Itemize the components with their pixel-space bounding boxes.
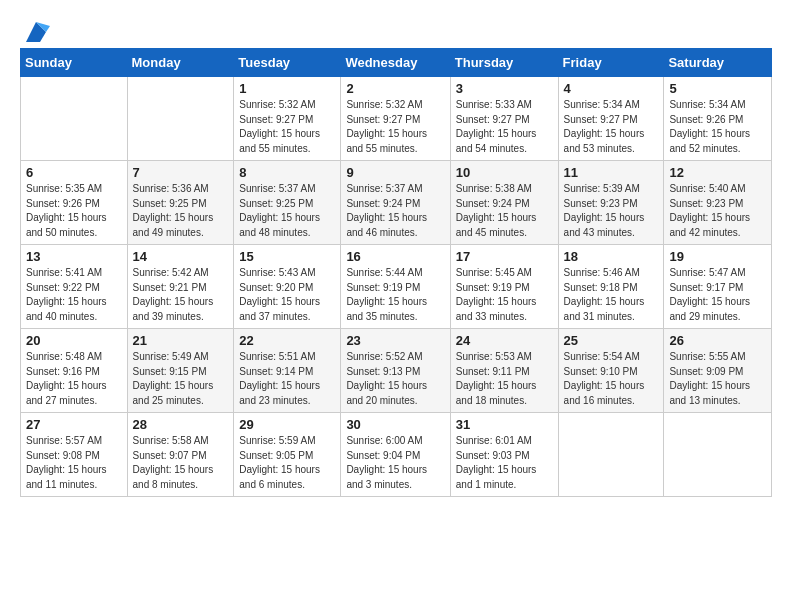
day-info: Sunrise: 5:59 AM Sunset: 9:05 PM Dayligh… [239,434,335,492]
calendar-cell: 4Sunrise: 5:34 AM Sunset: 9:27 PM Daylig… [558,77,664,161]
calendar-cell: 25Sunrise: 5:54 AM Sunset: 9:10 PM Dayli… [558,329,664,413]
day-number: 19 [669,249,766,264]
day-info: Sunrise: 5:43 AM Sunset: 9:20 PM Dayligh… [239,266,335,324]
page: SundayMondayTuesdayWednesdayThursdayFrid… [0,0,792,515]
calendar-cell: 20Sunrise: 5:48 AM Sunset: 9:16 PM Dayli… [21,329,128,413]
calendar-cell: 7Sunrise: 5:36 AM Sunset: 9:25 PM Daylig… [127,161,234,245]
calendar-cell: 10Sunrise: 5:38 AM Sunset: 9:24 PM Dayli… [450,161,558,245]
logo-icon [22,18,50,46]
day-info: Sunrise: 5:34 AM Sunset: 9:26 PM Dayligh… [669,98,766,156]
day-info: Sunrise: 5:42 AM Sunset: 9:21 PM Dayligh… [133,266,229,324]
day-number: 9 [346,165,444,180]
calendar-cell: 1Sunrise: 5:32 AM Sunset: 9:27 PM Daylig… [234,77,341,161]
calendar-cell: 12Sunrise: 5:40 AM Sunset: 9:23 PM Dayli… [664,161,772,245]
calendar-cell: 11Sunrise: 5:39 AM Sunset: 9:23 PM Dayli… [558,161,664,245]
day-info: Sunrise: 5:52 AM Sunset: 9:13 PM Dayligh… [346,350,444,408]
day-number: 26 [669,333,766,348]
calendar-cell: 9Sunrise: 5:37 AM Sunset: 9:24 PM Daylig… [341,161,450,245]
day-number: 18 [564,249,659,264]
day-number: 16 [346,249,444,264]
day-info: Sunrise: 5:36 AM Sunset: 9:25 PM Dayligh… [133,182,229,240]
calendar-cell: 13Sunrise: 5:41 AM Sunset: 9:22 PM Dayli… [21,245,128,329]
day-number: 7 [133,165,229,180]
day-number: 5 [669,81,766,96]
day-info: Sunrise: 5:39 AM Sunset: 9:23 PM Dayligh… [564,182,659,240]
day-number: 13 [26,249,122,264]
day-number: 30 [346,417,444,432]
calendar-cell: 8Sunrise: 5:37 AM Sunset: 9:25 PM Daylig… [234,161,341,245]
day-info: Sunrise: 5:37 AM Sunset: 9:25 PM Dayligh… [239,182,335,240]
day-number: 14 [133,249,229,264]
calendar-cell: 26Sunrise: 5:55 AM Sunset: 9:09 PM Dayli… [664,329,772,413]
day-info: Sunrise: 5:48 AM Sunset: 9:16 PM Dayligh… [26,350,122,408]
calendar-cell: 28Sunrise: 5:58 AM Sunset: 9:07 PM Dayli… [127,413,234,497]
day-info: Sunrise: 5:38 AM Sunset: 9:24 PM Dayligh… [456,182,553,240]
calendar: SundayMondayTuesdayWednesdayThursdayFrid… [20,48,772,497]
day-number: 29 [239,417,335,432]
week-row-4: 20Sunrise: 5:48 AM Sunset: 9:16 PM Dayli… [21,329,772,413]
day-info: Sunrise: 5:55 AM Sunset: 9:09 PM Dayligh… [669,350,766,408]
calendar-cell: 3Sunrise: 5:33 AM Sunset: 9:27 PM Daylig… [450,77,558,161]
calendar-cell: 6Sunrise: 5:35 AM Sunset: 9:26 PM Daylig… [21,161,128,245]
day-number: 6 [26,165,122,180]
calendar-cell: 21Sunrise: 5:49 AM Sunset: 9:15 PM Dayli… [127,329,234,413]
week-row-3: 13Sunrise: 5:41 AM Sunset: 9:22 PM Dayli… [21,245,772,329]
day-number: 4 [564,81,659,96]
day-info: Sunrise: 5:32 AM Sunset: 9:27 PM Dayligh… [239,98,335,156]
day-number: 21 [133,333,229,348]
header [20,18,772,40]
day-number: 3 [456,81,553,96]
day-info: Sunrise: 5:57 AM Sunset: 9:08 PM Dayligh… [26,434,122,492]
day-number: 31 [456,417,553,432]
calendar-cell: 18Sunrise: 5:46 AM Sunset: 9:18 PM Dayli… [558,245,664,329]
weekday-header-sunday: Sunday [21,49,128,77]
calendar-cell: 19Sunrise: 5:47 AM Sunset: 9:17 PM Dayli… [664,245,772,329]
day-number: 20 [26,333,122,348]
day-info: Sunrise: 5:32 AM Sunset: 9:27 PM Dayligh… [346,98,444,156]
day-number: 12 [669,165,766,180]
day-number: 11 [564,165,659,180]
calendar-cell: 29Sunrise: 5:59 AM Sunset: 9:05 PM Dayli… [234,413,341,497]
week-row-5: 27Sunrise: 5:57 AM Sunset: 9:08 PM Dayli… [21,413,772,497]
calendar-cell: 5Sunrise: 5:34 AM Sunset: 9:26 PM Daylig… [664,77,772,161]
day-info: Sunrise: 5:49 AM Sunset: 9:15 PM Dayligh… [133,350,229,408]
day-number: 27 [26,417,122,432]
day-info: Sunrise: 5:44 AM Sunset: 9:19 PM Dayligh… [346,266,444,324]
day-info: Sunrise: 5:40 AM Sunset: 9:23 PM Dayligh… [669,182,766,240]
calendar-cell [127,77,234,161]
day-number: 25 [564,333,659,348]
calendar-cell: 23Sunrise: 5:52 AM Sunset: 9:13 PM Dayli… [341,329,450,413]
day-info: Sunrise: 5:35 AM Sunset: 9:26 PM Dayligh… [26,182,122,240]
day-number: 22 [239,333,335,348]
calendar-cell: 14Sunrise: 5:42 AM Sunset: 9:21 PM Dayli… [127,245,234,329]
week-row-1: 1Sunrise: 5:32 AM Sunset: 9:27 PM Daylig… [21,77,772,161]
day-number: 10 [456,165,553,180]
weekday-header-monday: Monday [127,49,234,77]
calendar-cell [664,413,772,497]
day-info: Sunrise: 6:01 AM Sunset: 9:03 PM Dayligh… [456,434,553,492]
weekday-header-row: SundayMondayTuesdayWednesdayThursdayFrid… [21,49,772,77]
calendar-cell: 27Sunrise: 5:57 AM Sunset: 9:08 PM Dayli… [21,413,128,497]
day-info: Sunrise: 5:34 AM Sunset: 9:27 PM Dayligh… [564,98,659,156]
day-info: Sunrise: 5:54 AM Sunset: 9:10 PM Dayligh… [564,350,659,408]
weekday-header-thursday: Thursday [450,49,558,77]
calendar-cell: 24Sunrise: 5:53 AM Sunset: 9:11 PM Dayli… [450,329,558,413]
day-info: Sunrise: 5:47 AM Sunset: 9:17 PM Dayligh… [669,266,766,324]
weekday-header-friday: Friday [558,49,664,77]
day-number: 15 [239,249,335,264]
calendar-cell: 31Sunrise: 6:01 AM Sunset: 9:03 PM Dayli… [450,413,558,497]
weekday-header-saturday: Saturday [664,49,772,77]
week-row-2: 6Sunrise: 5:35 AM Sunset: 9:26 PM Daylig… [21,161,772,245]
day-number: 24 [456,333,553,348]
day-info: Sunrise: 5:37 AM Sunset: 9:24 PM Dayligh… [346,182,444,240]
logo [20,18,50,40]
calendar-cell: 15Sunrise: 5:43 AM Sunset: 9:20 PM Dayli… [234,245,341,329]
day-info: Sunrise: 5:41 AM Sunset: 9:22 PM Dayligh… [26,266,122,324]
day-number: 23 [346,333,444,348]
day-info: Sunrise: 5:33 AM Sunset: 9:27 PM Dayligh… [456,98,553,156]
calendar-cell: 2Sunrise: 5:32 AM Sunset: 9:27 PM Daylig… [341,77,450,161]
day-info: Sunrise: 5:46 AM Sunset: 9:18 PM Dayligh… [564,266,659,324]
calendar-cell: 17Sunrise: 5:45 AM Sunset: 9:19 PM Dayli… [450,245,558,329]
calendar-cell: 16Sunrise: 5:44 AM Sunset: 9:19 PM Dayli… [341,245,450,329]
weekday-header-tuesday: Tuesday [234,49,341,77]
